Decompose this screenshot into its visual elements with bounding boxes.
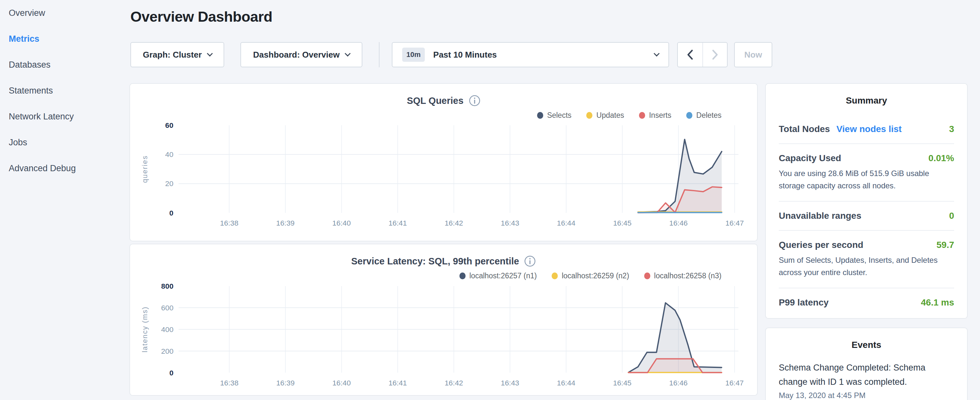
x-tick-label: 16:39 bbox=[276, 379, 295, 387]
sidebar-item-network-latency[interactable]: Network Latency bbox=[0, 104, 129, 129]
qps-label: Queries per second bbox=[779, 240, 863, 250]
time-range-dropdown[interactable]: 10m Past 10 Minutes bbox=[392, 42, 669, 67]
time-range-label: Past 10 Minutes bbox=[433, 50, 646, 60]
y-tick-label: 0 bbox=[169, 369, 173, 377]
sidebar-item-statements[interactable]: Statements bbox=[0, 78, 129, 104]
summary-row-total-nodes: Total Nodes View nodes list 3 bbox=[779, 124, 954, 134]
p99-latency-label: P99 latency bbox=[779, 297, 829, 308]
x-tick-label: 16:46 bbox=[669, 379, 687, 387]
x-tick-label: 16:46 bbox=[669, 219, 687, 227]
x-tick-label: 16:40 bbox=[332, 219, 351, 227]
event-item-text[interactable]: Schema Change Completed: Schema change w… bbox=[779, 360, 954, 389]
summary-row-capacity: Capacity Used 0.01% bbox=[779, 153, 954, 163]
unavailable-ranges-value: 0 bbox=[949, 211, 954, 221]
events-panel: Events Schema Change Completed: Schema c… bbox=[765, 328, 968, 400]
chart-plot[interactable]: 16:3816:3916:4016:4116:4216:4316:4416:45… bbox=[130, 84, 757, 241]
chevron-down-icon bbox=[345, 51, 350, 56]
chevron-right-icon bbox=[711, 49, 719, 61]
dashboard-controls: Graph: Cluster Dashboard: Overview 10m P… bbox=[130, 42, 772, 67]
total-nodes-label: Total Nodes bbox=[779, 124, 830, 134]
divider bbox=[779, 143, 954, 144]
qps-description: Sum of Selects, Updates, Inserts, and De… bbox=[779, 254, 954, 279]
summary-title: Summary bbox=[779, 96, 954, 106]
total-nodes-value: 3 bbox=[949, 124, 954, 134]
x-tick-label: 16:44 bbox=[557, 379, 575, 387]
prev-range-button[interactable] bbox=[678, 43, 702, 67]
x-tick-label: 16:38 bbox=[220, 219, 239, 227]
x-tick-label: 16:41 bbox=[388, 379, 407, 387]
y-tick-label: 0 bbox=[169, 209, 173, 217]
sidebar: Overview Metrics Databases Statements Ne… bbox=[0, 0, 129, 400]
p99-latency-value: 46.1 ms bbox=[921, 297, 954, 308]
event-item-timestamp: May 13, 2020 at 4:45 PM bbox=[779, 391, 954, 400]
y-tick-label: 40 bbox=[165, 150, 173, 159]
controls-divider bbox=[379, 42, 380, 67]
x-tick-label: 16:38 bbox=[220, 379, 239, 387]
now-button[interactable]: Now bbox=[734, 42, 772, 67]
x-tick-label: 16:44 bbox=[557, 219, 575, 227]
x-tick-label: 16:43 bbox=[501, 379, 519, 387]
y-tick-label: 60 bbox=[165, 121, 173, 129]
x-tick-label: 16:45 bbox=[613, 219, 632, 227]
service-latency-chart-card: Service Latency: SQL, 99th percentile lo… bbox=[129, 244, 758, 396]
unavailable-ranges-label: Unavailable ranges bbox=[779, 211, 861, 221]
events-title: Events bbox=[779, 340, 954, 350]
chevron-down-icon bbox=[654, 51, 659, 56]
divider bbox=[779, 288, 954, 288]
dashboard-dropdown-label: Dashboard: Overview bbox=[253, 50, 339, 60]
summary-panel: Summary Total Nodes View nodes list 3 Ca… bbox=[765, 83, 968, 319]
x-tick-label: 16:41 bbox=[388, 219, 407, 227]
qps-value: 59.7 bbox=[937, 240, 955, 250]
x-tick-label: 16:42 bbox=[445, 219, 463, 227]
capacity-used-value: 0.01% bbox=[929, 153, 954, 163]
sidebar-item-metrics[interactable]: Metrics bbox=[0, 26, 129, 52]
sidebar-item-overview[interactable]: Overview bbox=[0, 0, 129, 26]
x-tick-label: 16:40 bbox=[332, 379, 351, 387]
x-tick-label: 16:39 bbox=[276, 219, 295, 227]
y-tick-label: 200 bbox=[161, 347, 173, 355]
view-nodes-list-link[interactable]: View nodes list bbox=[836, 124, 902, 134]
x-tick-label: 16:43 bbox=[501, 219, 519, 227]
chart-plot[interactable]: 16:3816:3916:4016:4116:4216:4316:4416:45… bbox=[130, 244, 757, 395]
capacity-used-description: You are using 28.6 MiB of 515.9 GiB usab… bbox=[779, 167, 954, 192]
next-range-button[interactable] bbox=[702, 43, 727, 67]
divider bbox=[779, 201, 954, 202]
sidebar-item-databases[interactable]: Databases bbox=[0, 52, 129, 78]
y-tick-label: 800 bbox=[161, 282, 173, 290]
dashboard-dropdown[interactable]: Dashboard: Overview bbox=[240, 42, 362, 67]
graph-scope-dropdown[interactable]: Graph: Cluster bbox=[130, 42, 224, 67]
sidebar-item-advanced-debug[interactable]: Advanced Debug bbox=[0, 155, 129, 181]
graph-scope-dropdown-label: Graph: Cluster bbox=[143, 50, 202, 60]
y-axis-title: queries bbox=[141, 155, 149, 183]
summary-row-qps: Queries per second 59.7 bbox=[779, 240, 954, 250]
time-range-badge: 10m bbox=[402, 48, 425, 62]
now-button-label: Now bbox=[745, 50, 762, 60]
time-range-pager bbox=[677, 42, 728, 67]
page-title: Overview Dashboard bbox=[130, 8, 272, 25]
sidebar-item-jobs[interactable]: Jobs bbox=[0, 129, 129, 155]
main-content: Overview Dashboard Graph: Cluster Dashbo… bbox=[129, 0, 980, 400]
summary-row-unavailable-ranges: Unavailable ranges 0 bbox=[779, 211, 954, 221]
y-tick-label: 600 bbox=[161, 304, 173, 312]
sql-queries-chart-card: SQL Queries SelectsUpdatesInsertsDeletes… bbox=[129, 83, 758, 241]
x-tick-label: 16:42 bbox=[445, 379, 463, 387]
summary-row-p99: P99 latency 46.1 ms bbox=[779, 297, 954, 308]
chevron-down-icon bbox=[207, 51, 213, 56]
chevron-left-icon bbox=[686, 49, 694, 61]
x-tick-label: 16:45 bbox=[613, 379, 632, 387]
capacity-used-label: Capacity Used bbox=[779, 153, 841, 163]
y-tick-label: 400 bbox=[161, 325, 173, 334]
divider bbox=[779, 230, 954, 231]
x-tick-label: 16:47 bbox=[725, 219, 744, 227]
y-axis-title: latency (ms) bbox=[141, 306, 149, 352]
x-tick-label: 16:47 bbox=[725, 379, 744, 387]
y-tick-label: 20 bbox=[165, 179, 173, 188]
